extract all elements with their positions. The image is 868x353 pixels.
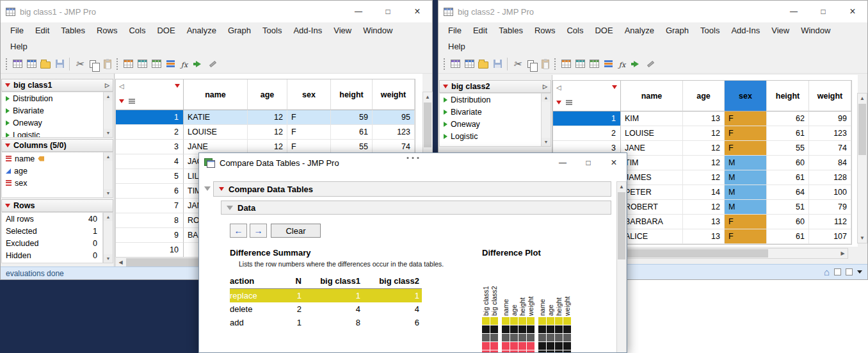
column-header-name[interactable]: name	[621, 81, 683, 111]
row-state-excluded[interactable]: Excluded0	[2, 237, 102, 249]
cell-sex[interactable]: F	[287, 125, 331, 140]
toolbar-grip-icon[interactable]	[554, 58, 556, 70]
summary-action[interactable]: replace	[230, 289, 276, 302]
red-triangle-menu-icon[interactable]	[219, 187, 224, 191]
menu-window[interactable]: Window	[357, 22, 398, 38]
cell-weight[interactable]: 100	[809, 185, 851, 200]
cell-name[interactable]: BARBARA	[621, 215, 683, 229]
sort-icon[interactable]	[601, 57, 615, 71]
scroll-down-icon[interactable]: ▼	[858, 233, 867, 243]
cell-weight[interactable]: 79	[809, 200, 851, 215]
analysis-item-bivariate[interactable]: Bivariate	[2, 104, 103, 117]
cell-name[interactable]: LOUISE	[621, 126, 683, 141]
cell-sex[interactable]: F	[287, 110, 331, 125]
column-header-sex[interactable]: sex	[725, 81, 767, 111]
analysis-item-logistic[interactable]: Logistic	[2, 129, 103, 138]
row-number[interactable]: 3	[116, 140, 184, 154]
scrollbar-thumb[interactable]	[618, 192, 625, 259]
scroll-up-icon[interactable]: ▲	[617, 182, 626, 192]
analysis-item-logistic[interactable]: Logistic	[440, 130, 541, 142]
summary-big-class2[interactable]: 1	[363, 289, 422, 302]
columns-menu-icon[interactable]	[175, 84, 180, 88]
cell-height[interactable]: 55	[767, 141, 809, 156]
cell-weight[interactable]: 74	[809, 141, 851, 156]
menu-tools[interactable]: Tools	[257, 22, 287, 38]
cell-sex[interactable]: M	[725, 170, 767, 185]
menu-cols[interactable]: Cols	[123, 22, 151, 38]
column-header-weight[interactable]: weight	[373, 79, 415, 110]
cell-height[interactable]: 60	[767, 156, 809, 170]
row-number[interactable]: 2	[116, 125, 184, 140]
new-data-table-icon[interactable]	[24, 57, 38, 71]
cell-sex[interactable]: F	[725, 111, 767, 126]
minimize-button[interactable]: —	[344, 1, 373, 22]
row-number[interactable]: 4	[116, 154, 184, 169]
summary-action[interactable]: delete	[230, 302, 276, 316]
cell-sex[interactable]: F	[725, 215, 767, 229]
cell-age[interactable]: 12	[248, 110, 287, 125]
dialog-scrollbar[interactable]: ▲	[616, 181, 627, 353]
cell-name[interactable]: LOUISE	[184, 125, 248, 140]
menu-cols[interactable]: Cols	[561, 22, 589, 38]
analysis-item-distribution[interactable]: Distribution	[2, 92, 103, 104]
cell-name[interactable]: ROBERT	[621, 200, 683, 215]
column-header-age[interactable]: age	[683, 81, 725, 111]
save-icon[interactable]	[490, 57, 504, 71]
cell-sex[interactable]: M	[725, 200, 767, 215]
disclosure-icon[interactable]	[204, 186, 211, 191]
recode-icon[interactable]	[629, 57, 643, 71]
menu-doe[interactable]: DOE	[151, 22, 181, 38]
scroll-up-icon[interactable]: ▲	[104, 92, 113, 101]
cell-name[interactable]: JANE	[621, 141, 683, 156]
cell-age[interactable]: 14	[683, 185, 725, 200]
summary-n[interactable]: 1	[276, 316, 304, 329]
outline-data[interactable]: Data	[221, 201, 611, 215]
red-triangle-menu-icon[interactable]	[5, 204, 10, 208]
menu-graph[interactable]: Graph	[222, 22, 257, 38]
cell-age[interactable]: 12	[248, 125, 287, 140]
menu-file[interactable]: File	[442, 22, 467, 38]
row-number[interactable]: 1	[553, 111, 621, 126]
cell-height[interactable]: 62	[767, 111, 809, 126]
outline-compare-data-tables[interactable]: Compare Data Tables	[213, 181, 611, 197]
columns-scrollbar[interactable]: ▲ ▼	[103, 152, 113, 198]
cell-height[interactable]: 61	[767, 229, 809, 244]
scroll-up-icon[interactable]: ▲	[104, 152, 113, 161]
menu-tables[interactable]: Tables	[493, 22, 529, 38]
cell-weight[interactable]: 84	[809, 156, 851, 170]
cell-name[interactable]: TIM	[621, 156, 683, 170]
home-window-icon[interactable]: ⌂	[824, 267, 830, 277]
red-triangle-menu-icon[interactable]	[5, 83, 10, 87]
row-number[interactable]: 8	[116, 213, 184, 228]
maximize-button[interactable]: □	[808, 1, 838, 22]
maximize-button[interactable]: □	[575, 153, 601, 172]
scroll-down-icon[interactable]: ▼	[104, 129, 113, 137]
scroll-up-icon[interactable]: ▲	[542, 94, 551, 102]
toolbar-grip-icon[interactable]	[117, 58, 118, 70]
cut-icon[interactable]	[510, 57, 524, 71]
cell-weight[interactable]: 107	[809, 229, 851, 244]
minimize-button[interactable]: —	[779, 1, 808, 22]
column-header-height[interactable]: height	[331, 79, 373, 110]
scrollbar-thumb[interactable]	[424, 103, 431, 147]
cell-name[interactable]: KATIE	[184, 110, 248, 125]
menu-graph[interactable]: Graph	[660, 22, 695, 38]
summary-big-class2[interactable]: 6	[363, 316, 422, 329]
menu-view[interactable]: View	[328, 22, 357, 38]
cell-age[interactable]: 13	[683, 229, 725, 244]
previous-difference-button[interactable]: ←	[230, 224, 247, 238]
summary-big-class1[interactable]: 8	[304, 316, 363, 329]
cell-sex[interactable]: F	[725, 141, 767, 156]
cell-name[interactable]: KIM	[621, 111, 683, 126]
cell-age[interactable]: 13	[683, 215, 725, 229]
menu-tables[interactable]: Tables	[55, 22, 91, 38]
formula-icon[interactable]	[615, 57, 629, 71]
save-icon[interactable]	[52, 57, 67, 71]
next-difference-button[interactable]: →	[250, 224, 267, 238]
row-number[interactable]: 10	[116, 243, 184, 258]
scroll-right-icon[interactable]: ▶	[838, 249, 848, 258]
new-journal-icon[interactable]	[10, 57, 24, 71]
row-number[interactable]: 7	[116, 199, 184, 213]
subset-table-icon[interactable]	[149, 57, 163, 71]
data-table-icon[interactable]	[559, 57, 573, 71]
